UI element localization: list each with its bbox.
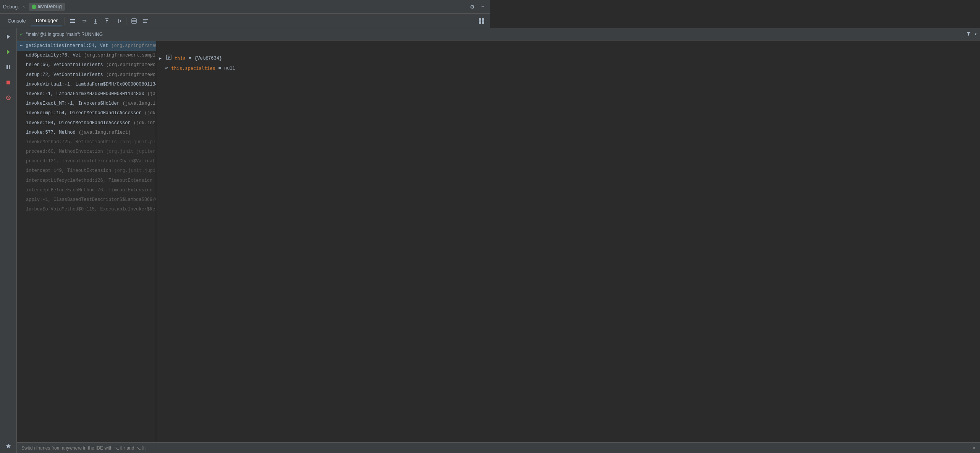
svg-rect-20 <box>482 18 484 21</box>
svg-rect-21 <box>479 21 481 24</box>
svg-marker-12 <box>120 20 121 22</box>
frame-name: proceed:131, InvocationInterceptorChain$… <box>26 158 156 165</box>
svg-marker-9 <box>106 19 108 21</box>
frame-class: (org.junit.jupiter.e <box>155 177 156 184</box>
step-into-button[interactable] <box>90 16 101 26</box>
svg-rect-16 <box>143 19 148 20</box>
restore-layout-icon[interactable] <box>476 16 487 26</box>
frame-name: interceptLifecycleMethod:126, TimeoutExt… <box>26 177 152 184</box>
stack-frame-6[interactable]: invokeExact_MT:-1, Invokers$Holder (java… <box>17 99 156 108</box>
run-button[interactable] <box>2 45 15 59</box>
stack-frame-5[interactable]: invoke:-1, LambdaForm$MH/0x0000000801134… <box>17 89 156 99</box>
frame-class: (org.junit.jupiter. <box>155 187 156 194</box>
svg-rect-1 <box>70 21 75 21</box>
svg-rect-25 <box>6 65 8 69</box>
stack-frame-12[interactable]: proceed:131, InvocationInterceptorChain$… <box>17 157 156 166</box>
tab-status-icon <box>32 5 36 9</box>
frame-class: (jdk.internal.reflect) <box>134 120 156 127</box>
toolbar-divider-2 <box>126 17 126 25</box>
tab-label: mvnDebug <box>38 4 62 10</box>
run-to-cursor-button[interactable] <box>113 16 124 26</box>
frame-name: interceptBeforeEachMethod:76, TimeoutExt… <box>26 187 152 194</box>
svg-marker-3 <box>86 20 87 22</box>
svg-marker-23 <box>7 34 10 39</box>
stack-frame-13[interactable]: intercept:149, TimeoutExtension (org.jun… <box>17 166 156 176</box>
frame-class: (org.junit.jupiter.engine.extensior <box>114 167 156 175</box>
thread-bar: ✓ "main"@1 in group "main": RUNNING ▾ <box>17 28 490 40</box>
variables-button[interactable] <box>140 16 151 26</box>
svg-rect-13 <box>132 19 136 23</box>
frame-name: invokeExact_MT:-1, Invokers$Holder <box>26 100 120 107</box>
var-list-icon <box>166 55 171 62</box>
svg-rect-27 <box>6 81 10 84</box>
step-out-button[interactable] <box>102 16 112 26</box>
svg-rect-22 <box>482 21 484 24</box>
frame-name: lambda$ofVoidMethod$0:115, ExecutableInv… <box>26 206 156 213</box>
frame-class: (java.lang.invo <box>147 91 156 98</box>
stack-frame-4[interactable]: invokeVirtual:-1, LambdaForm$DMH/0x00000… <box>17 80 156 89</box>
thread-label: "main"@1 in group "main": RUNNING <box>26 32 103 37</box>
frame-name: proceed:60, MethodInvocation <box>26 148 103 155</box>
stack-frame-2[interactable]: helen:66, VetControllerTests (org.spring… <box>17 60 156 70</box>
frame-name: invokeImpl:154, DirectMethodHandleAccess… <box>26 110 141 117</box>
stack-frame-0[interactable]: ↩ getSpecialtiesInternal:54, Vet (org.sp… <box>17 41 156 51</box>
stack-frame-17[interactable]: lambda$ofVoidMethod$0:115, ExecutableInv… <box>17 205 156 214</box>
stack-frame-7[interactable]: invokeImpl:154, DirectMethodHandleAccess… <box>17 108 156 118</box>
svg-rect-26 <box>9 65 10 69</box>
var-name-this: this <box>175 55 186 62</box>
debug-tab[interactable]: mvnDebug <box>29 3 65 11</box>
stack-frame-15[interactable]: interceptBeforeEachMethod:76, TimeoutExt… <box>17 186 156 195</box>
stack-frame-3[interactable]: setup:72, VetControllerTests (org.spring… <box>17 70 156 80</box>
title-bar: Debug: × mvnDebug ⚙ – <box>0 0 490 14</box>
frame-class: (java.lang.reflect) <box>79 129 131 136</box>
step-over-button[interactable] <box>79 16 89 26</box>
stack-frame-14[interactable]: interceptLifecycleMethod:126, TimeoutExt… <box>17 176 156 186</box>
tab-console[interactable]: Console <box>3 16 31 26</box>
stack-frame-11[interactable]: proceed:60, MethodInvocation (org.junit.… <box>17 147 156 157</box>
svg-marker-6 <box>94 21 97 23</box>
var-eq-specialties: = <box>218 65 221 72</box>
stop-button[interactable] <box>2 76 15 89</box>
panels-wrapper: ↩ getSpecialtiesInternal:54, Vet (org.sp… <box>17 40 490 226</box>
minimize-icon[interactable]: – <box>479 3 487 11</box>
frame-class: (org.springframework.samples.petclin <box>106 61 156 69</box>
var-expand-this[interactable]: ▶ <box>159 55 165 62</box>
var-row-specialties[interactable]: ∞ this.specialties = null <box>156 63 490 73</box>
resume-button[interactable] <box>2 30 15 44</box>
debug-label: Debug: <box>3 4 19 10</box>
frame-class: (org.junit.jupiter.engine.execution) <box>106 148 156 155</box>
stack-frame-10[interactable]: invokeMethod:725, ReflectionUtils (org.j… <box>17 138 156 147</box>
frame-name: addSpecialty:76, Vet <box>26 52 81 59</box>
frames-button[interactable] <box>129 16 139 26</box>
frame-class: (jdk.internal.reflect) <box>144 110 156 117</box>
frame-class: (org.springframework.samples.petclin <box>106 71 156 79</box>
gear-icon[interactable]: ⚙ <box>468 2 477 11</box>
tab-close-icon[interactable]: × <box>21 4 26 10</box>
stack-frame-8[interactable]: invoke:104, DirectMethodHandleAccessor (… <box>17 118 156 128</box>
rerun-button[interactable] <box>67 16 78 26</box>
sidebar <box>0 28 17 226</box>
pause-button[interactable] <box>2 60 15 74</box>
svg-rect-0 <box>70 19 75 20</box>
frame-name: intercept:149, TimeoutExtension <box>26 167 111 175</box>
var-eq-this: = <box>189 55 191 62</box>
frame-class: (org.junit.platform.commons.uti <box>120 139 156 146</box>
vars-panel: ▶ this = {Vet@7634} ∞ this.specialties =… <box>156 40 490 226</box>
undo-icon: ↩ <box>20 42 23 50</box>
svg-rect-2 <box>70 22 75 23</box>
toolbar-divider <box>65 17 65 25</box>
stack-frame-1[interactable]: addSpecialty:76, Vet (org.springframewor… <box>17 51 156 60</box>
frame-name: getSpecialtiesInternal:54, Vet <box>26 42 108 50</box>
mute-breakpoints-button[interactable] <box>2 91 15 105</box>
frame-name: setup:72, VetControllerTests <box>26 71 103 79</box>
svg-marker-24 <box>7 50 10 54</box>
frame-name: invoke:577, Method <box>26 129 76 136</box>
frame-name: invokeMethod:725, ReflectionUtils <box>26 139 117 146</box>
tab-debugger[interactable]: Debugger <box>31 15 62 26</box>
frame-name: apply:-1, ClassBasedTestDescriptor$$Lamb… <box>26 196 156 204</box>
stack-frame-16[interactable]: apply:-1, ClassBasedTestDescriptor$$Lamb… <box>17 195 156 205</box>
frame-name: helen:66, VetControllerTests <box>26 61 103 69</box>
var-row-this[interactable]: ▶ this = {Vet@7634} <box>156 53 490 63</box>
frame-class: (org.springframework.samples.petcli <box>111 42 156 50</box>
stack-frame-9[interactable]: invoke:577, Method (java.lang.reflect) <box>17 128 156 138</box>
